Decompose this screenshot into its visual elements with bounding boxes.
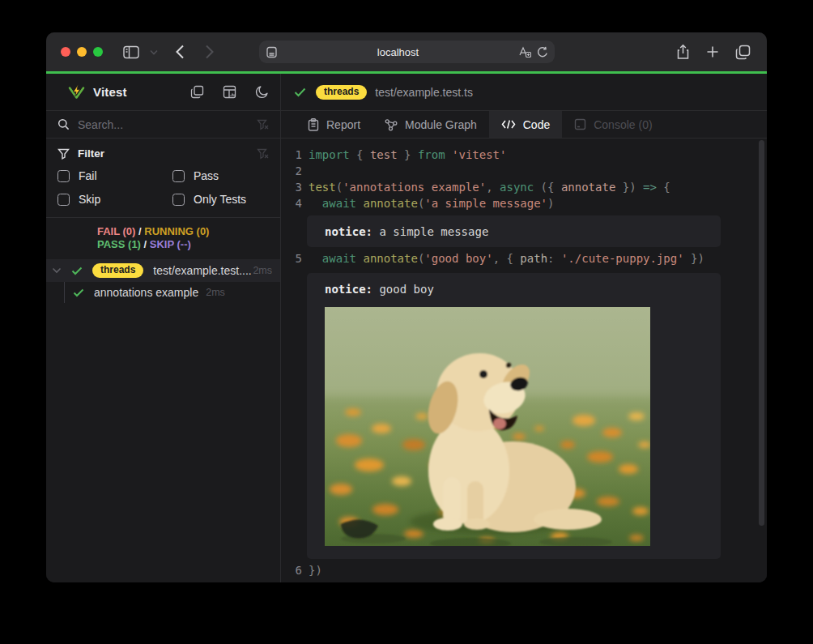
- clear-search-filter-icon[interactable]: [257, 119, 269, 130]
- test-file-name: test/example.test....: [153, 264, 251, 277]
- filter-checkbox-pass[interactable]: Pass: [172, 169, 269, 182]
- annotation-notice: notice: a simple message: [307, 215, 721, 247]
- vitest-logo-icon: [68, 84, 85, 100]
- filter-title: Filter: [78, 147, 104, 160]
- close-button[interactable]: [61, 47, 70, 57]
- app-title: Vitest: [93, 85, 127, 99]
- scrollbar-thumb[interactable]: [759, 140, 764, 526]
- test-case-row[interactable]: annotations example 2ms: [46, 282, 280, 303]
- test-duration: 2ms: [206, 287, 225, 298]
- tree-indent-guide: [64, 282, 65, 303]
- code-line: 2: [281, 163, 767, 179]
- summary-line-pass-skip: PASS (1) / SKIP (--): [97, 238, 280, 251]
- console-icon: [574, 118, 586, 130]
- test-case-name: annotations example: [94, 286, 198, 299]
- open-file-name: test/example.test.ts: [375, 86, 473, 99]
- module-graph-icon: [385, 118, 398, 131]
- chevron-down-icon: [150, 49, 158, 55]
- check-icon: [73, 288, 84, 297]
- back-icon: [176, 45, 185, 59]
- share-icon: [676, 44, 690, 60]
- sidebar-menu-chevron[interactable]: [150, 32, 158, 71]
- code-line: 7: [281, 578, 767, 582]
- test-summary: FAIL (0) / RUNNING (0) PASS (1) / SKIP (…: [46, 218, 280, 259]
- browser-toolbar: localhost: [46, 32, 767, 71]
- search-icon: [57, 118, 70, 130]
- code-line: 6}): [281, 562, 767, 578]
- checkbox[interactable]: [57, 170, 70, 182]
- new-tab-button[interactable]: [706, 32, 719, 71]
- dashboard-icon[interactable]: [223, 85, 236, 99]
- checkbox[interactable]: [172, 170, 185, 182]
- dark-mode-moon-icon[interactable]: [255, 85, 269, 99]
- forward-button[interactable]: [205, 32, 214, 71]
- minimize-button[interactable]: [77, 47, 87, 57]
- chevron-down-icon[interactable]: [52, 267, 62, 274]
- code-line: 1import { test } from 'vitest': [281, 147, 767, 163]
- filter-checkbox-fail[interactable]: Fail: [57, 169, 172, 182]
- puppy-photo: [325, 307, 650, 546]
- code-line: 4 await annotate('a simple message'): [281, 195, 767, 211]
- reload-icon[interactable]: [537, 46, 548, 58]
- filter-funnel-icon: [57, 148, 70, 160]
- url-text: localhost: [278, 46, 518, 58]
- file-header: threads test/example.test.ts: [281, 74, 767, 111]
- tab-report[interactable]: Report: [296, 111, 372, 138]
- annotation-notice-with-attachment: notice: good boy: [307, 273, 721, 559]
- filter-checkbox-only-tests[interactable]: Only Tests: [172, 193, 269, 206]
- sidebar-toggle-icon: [123, 45, 139, 59]
- checkbox[interactable]: [172, 194, 185, 206]
- check-icon: [294, 87, 306, 97]
- check-icon: [71, 267, 83, 275]
- code-line: 5 await annotate('good boy', { path: './…: [281, 250, 767, 267]
- code-editor[interactable]: 1import { test } from 'vitest' 2 3test('…: [281, 139, 767, 582]
- pool-badge: threads: [316, 85, 367, 100]
- clipboard-icon: [308, 118, 319, 131]
- filter-section: Filter Fail: [46, 139, 280, 218]
- expand-all-icon[interactable]: [190, 85, 204, 99]
- search-row: [46, 111, 280, 139]
- forward-icon: [205, 45, 214, 59]
- sidebar: Vitest: [46, 74, 281, 582]
- search-input[interactable]: [78, 118, 249, 131]
- tab-bar: Report Module Graph: [281, 111, 767, 139]
- page-settings-icon[interactable]: [266, 46, 278, 58]
- sidebar-toggle-button[interactable]: [123, 32, 139, 71]
- test-duration: 2ms: [253, 265, 272, 276]
- tab-module-graph[interactable]: Module Graph: [372, 111, 489, 138]
- traffic-lights: [61, 47, 103, 57]
- share-button[interactable]: [676, 32, 690, 71]
- tab-console[interactable]: Console (0): [562, 111, 664, 138]
- checkbox[interactable]: [57, 194, 70, 206]
- sidebar-header: Vitest: [46, 74, 280, 111]
- tabs-icon: [735, 45, 751, 60]
- pool-badge: threads: [92, 263, 143, 278]
- translate-icon[interactable]: [518, 46, 531, 58]
- tab-code[interactable]: Code: [489, 111, 562, 138]
- tab-overview-button[interactable]: [735, 32, 751, 71]
- zoom-button[interactable]: [93, 47, 103, 57]
- address-bar[interactable]: localhost: [259, 41, 555, 63]
- code-icon: [501, 119, 516, 130]
- plus-icon: [706, 45, 719, 58]
- browser-window: localhost: [46, 32, 767, 582]
- test-file-row[interactable]: threads test/example.test.... 2ms: [46, 259, 280, 282]
- code-line: 3test('annotations example', async ({ an…: [281, 179, 767, 195]
- summary-line-fail-running: FAIL (0) / RUNNING (0): [97, 225, 280, 238]
- filter-checkbox-skip[interactable]: Skip: [57, 193, 172, 206]
- clear-filter-icon[interactable]: [257, 148, 269, 160]
- main-panel: threads test/example.test.ts Report: [281, 74, 767, 582]
- back-button[interactable]: [176, 32, 185, 71]
